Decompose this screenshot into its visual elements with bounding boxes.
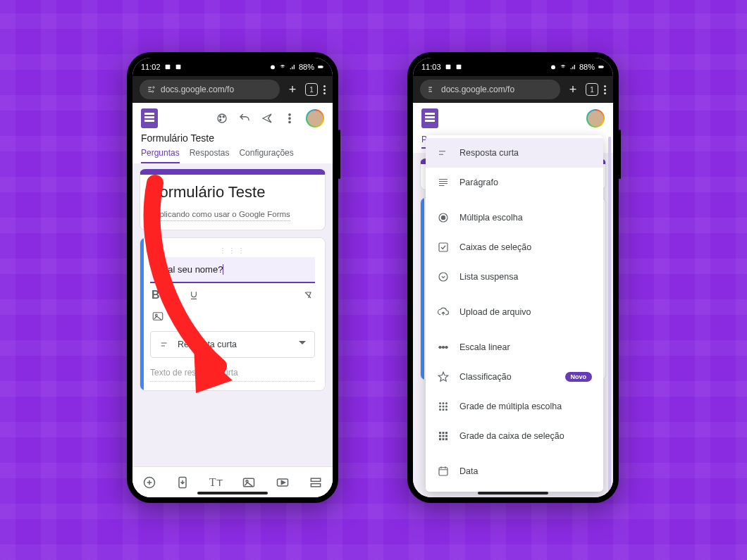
svg-rect-23 [445,65,450,70]
grid-check-icon [437,430,450,442]
svg-point-12 [289,118,290,119]
menu-item-multiple-choice[interactable]: Múltipla escolha [426,197,603,232]
url-bar[interactable]: docs.google.com/fo [420,80,560,99]
battery-pct: 88% [299,63,314,71]
svg-point-6 [152,91,154,92]
send-icon[interactable] [261,112,273,125]
star-icon [437,371,450,383]
undo-icon[interactable] [238,112,251,125]
new-tab-button[interactable]: + [566,82,580,97]
browser-menu-button[interactable] [323,85,326,94]
status-time: 11:03 [421,63,441,71]
form-tabs: Perguntas Respostas Configurações [141,148,324,163]
google-forms-logo-icon [141,108,158,128]
svg-point-42 [443,409,445,411]
format-italic-icon[interactable]: I [173,289,175,301]
import-questions-icon[interactable] [175,475,190,490]
add-section-icon[interactable] [309,475,323,490]
menu-item-checkboxes[interactable]: Caixas de seleção [426,232,603,262]
user-avatar[interactable] [586,109,605,127]
svg-point-34 [445,347,447,349]
phone-frame-right: 11:03 88% docs.google.com/fo + 1 [407,52,619,503]
svg-point-13 [289,121,290,123]
user-avatar[interactable] [306,109,324,127]
svg-rect-22 [311,483,321,486]
svg-rect-50 [439,438,441,440]
svg-point-11 [289,114,290,116]
add-image-icon[interactable] [242,475,256,490]
title-card[interactable]: Formulário Teste Explicando como usar o … [140,169,326,230]
question-type-select[interactable]: Resposta curta [150,331,315,358]
svg-point-38 [439,406,441,408]
format-underline-icon[interactable] [188,290,199,301]
svg-point-36 [443,402,445,404]
battery-pct: 88% [579,63,595,71]
signal-icon [569,63,576,70]
new-badge: Novo [565,372,593,382]
tab-switch-button[interactable]: 1 [305,83,318,96]
add-title-icon[interactable]: Tᴛ [209,475,223,489]
svg-point-31 [439,273,447,281]
clear-format-icon[interactable] [302,290,314,301]
svg-rect-0 [165,65,170,70]
tab-switch-button[interactable]: 1 [586,83,598,96]
url-text: docs.google.com/fo [161,85,234,94]
form-description[interactable]: Explicando como usar o Google Forms [150,210,290,221]
svg-rect-24 [456,65,461,70]
phone-side-button [338,130,340,179]
drag-handle-icon[interactable]: ⋮⋮⋮ [150,247,315,254]
svg-point-8 [220,116,221,118]
menu-item-grid-radio[interactable]: Grade de múltipla escolha [426,392,603,421]
svg-rect-26 [598,66,603,68]
menu-item-file-upload[interactable]: Upload de arquivo [426,292,603,327]
svg-rect-1 [175,65,180,70]
svg-rect-46 [445,432,447,434]
menu-item-rating[interactable]: Classificação Novo [426,362,603,392]
menu-item-paragraph[interactable]: Parágrafo [426,168,603,197]
menu-item-short-answer[interactable]: Resposta curta [426,138,603,168]
menu-item-date[interactable]: Data [426,451,603,486]
tab-configuracoes[interactable]: Configurações [239,148,293,163]
notification-icon [164,63,171,70]
url-bar[interactable]: docs.google.com/fo [140,80,280,99]
question-type-label: Resposta curta [178,340,237,349]
tab-perguntas[interactable]: Perguntas [141,148,180,163]
svg-rect-45 [443,432,445,434]
screen-right: 11:03 88% docs.google.com/fo + 1 [413,58,613,497]
alarm-icon [269,63,276,70]
paragraph-icon [437,176,450,189]
menu-item-grid-check[interactable]: Grade da caixa de seleção [426,421,603,451]
add-question-icon[interactable] [142,475,156,490]
chevron-down-icon [299,341,306,348]
svg-rect-47 [439,435,441,437]
more-icon[interactable] [283,112,296,125]
menu-item-dropdown[interactable]: Lista suspensa [426,262,603,292]
svg-rect-3 [318,66,323,68]
wifi-icon [279,63,286,70]
add-video-icon[interactable] [276,475,290,490]
svg-point-5 [153,87,154,88]
tab-respostas[interactable]: Respostas [190,148,230,163]
document-name[interactable]: Formulário Teste [141,132,324,144]
menu-item-linear-scale[interactable]: Escala linear [426,327,603,362]
notification-icon [445,63,452,70]
svg-point-37 [445,402,447,404]
menu-item-time[interactable]: Horário [426,486,603,492]
browser-menu-button[interactable] [604,85,606,94]
svg-point-7 [218,114,226,123]
notification-icon [175,63,182,70]
signal-icon [289,63,296,70]
insert-image-icon[interactable] [152,310,164,323]
question-card[interactable]: ⋮⋮⋮ Qual seu nome? B I Resposta c [140,237,326,391]
palette-icon[interactable] [216,112,228,125]
new-tab-button[interactable]: + [285,82,300,97]
svg-point-39 [443,406,445,408]
svg-point-35 [439,402,441,404]
format-bold-icon[interactable]: B [152,289,160,301]
question-title-input[interactable]: Qual seu nome? [150,257,315,283]
phone-side-button [619,130,621,179]
form-title[interactable]: Formulário Teste [150,183,315,201]
screen-left: 11:02 88% docs.google.com/fo + 1 [132,58,333,497]
svg-point-2 [271,66,275,70]
scrollbar[interactable] [608,137,611,493]
